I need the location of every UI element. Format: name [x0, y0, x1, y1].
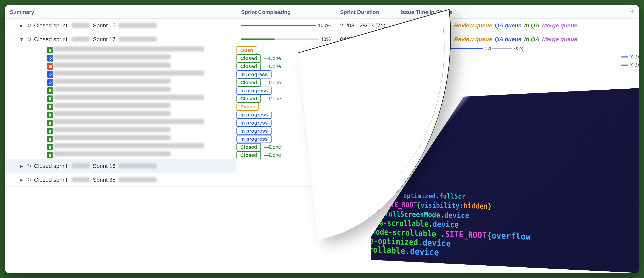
redacted-text	[53, 79, 171, 84]
sprint-row[interactable]: ▸ ↻ Closed sprint: Sprint 35	[5, 173, 236, 187]
resolution-label: —Done	[264, 144, 281, 150]
issue-type-icon: ▮	[47, 95, 53, 102]
status-pill[interactable]: Open	[236, 46, 257, 54]
chevron-right-icon[interactable]: ▸	[20, 163, 24, 169]
issue-row[interactable]: ▮	[5, 135, 236, 143]
status-pill[interactable]: In progress	[236, 119, 272, 127]
issue-row[interactable]: ▮	[5, 95, 236, 103]
issue-row[interactable]: ▮	[5, 46, 236, 54]
time-value: 1.8	[484, 46, 491, 52]
status-pill[interactable]: Closed	[236, 62, 261, 70]
issue-type-icon: ◇	[47, 79, 53, 86]
issue-row[interactable]: ▮	[5, 143, 236, 151]
redacted-text	[53, 71, 204, 76]
sprint-icon: ↻	[27, 36, 31, 42]
redacted-text	[118, 163, 157, 168]
status-pill[interactable]: Closed	[236, 143, 261, 151]
status-pill[interactable]: Closed	[236, 54, 261, 62]
status-pill[interactable]: Closed	[236, 151, 261, 159]
status-pill[interactable]: Pause	[236, 103, 259, 111]
redacted-text	[53, 63, 171, 68]
redacted-text	[72, 37, 90, 42]
completion-cell: 100%	[236, 19, 336, 33]
issue-row[interactable]: ◇	[5, 54, 236, 62]
status-pill[interactable]: Closed	[236, 95, 261, 103]
redacted-text	[72, 23, 90, 28]
issue-type-icon: ▮	[47, 112, 53, 118]
redacted-text	[53, 119, 204, 124]
resolution-label: —Done	[264, 55, 281, 61]
issue-row[interactable]: ◇	[5, 78, 236, 87]
status-pill[interactable]: In progress	[236, 135, 272, 143]
issue-row[interactable]: ▮	[5, 119, 236, 127]
issue-type-icon: ◇	[47, 71, 53, 78]
completion-cell: 43%	[236, 33, 336, 46]
issue-type-icon: ▮	[47, 103, 53, 110]
status-merge-queue: Merge queue	[542, 36, 577, 43]
status-qa-queue: QA queue	[495, 22, 522, 29]
redacted-text	[53, 135, 171, 140]
issue-type-icon: ▮	[47, 144, 53, 150]
redacted-text	[53, 111, 171, 116]
status-pill[interactable]: In progress	[236, 70, 272, 78]
sprint-prefix: Closed sprint:	[34, 36, 69, 43]
status-pill[interactable]: In progress	[236, 87, 272, 95]
col-duration[interactable]: Sprint Duration	[336, 5, 396, 19]
col-completing[interactable]: Sprint Compleating	[236, 5, 336, 19]
status-pill[interactable]: Closed	[236, 78, 261, 87]
status-review-queue: Review queue	[454, 22, 492, 29]
issue-row[interactable]: ▮	[5, 87, 236, 95]
issue-row[interactable]: ▮	[5, 127, 236, 135]
sprint-icon: ↻	[27, 23, 31, 28]
sprint-icon: ↻	[27, 177, 31, 183]
redacted-text	[72, 163, 90, 168]
issue-row[interactable]: ◇	[5, 70, 236, 78]
status-qa-queue: QA queue	[495, 36, 522, 43]
sprint-prefix: Closed sprint:	[34, 163, 69, 169]
sprint-row[interactable]: ▸ ↻ Closed sprint: Sprint 16	[5, 159, 236, 173]
sprint-row[interactable]: ▾ ↻ Closed sprint: Sprint 17	[5, 33, 236, 46]
completion-pct: 100%	[318, 23, 331, 28]
sprint-prefix: Closed sprint:	[34, 177, 69, 183]
issue-type-icon: ▮	[47, 47, 53, 53]
time-total: (0.1)	[629, 62, 639, 68]
sprint-icon: ↻	[27, 163, 31, 169]
chevron-right-icon[interactable]: ▸	[20, 176, 24, 183]
resolution-label: —Done	[264, 96, 281, 101]
resolution-label: —Done	[264, 80, 281, 85]
issue-type-icon: ▮	[47, 120, 53, 126]
redacted-text	[53, 95, 204, 100]
redacted-text	[118, 37, 157, 42]
redacted-text	[53, 103, 171, 108]
status-pill[interactable]: In progress	[236, 127, 272, 135]
redacted-text	[53, 143, 204, 148]
sprint-name: Sprint 35	[93, 177, 116, 183]
status-pill[interactable]: In progress	[236, 111, 272, 119]
status-in-qa: In QA	[524, 22, 539, 29]
issue-type-icon: ▣	[47, 63, 53, 70]
issue-type-icon: ▮	[47, 128, 53, 134]
status-merge-queue: Merge queue	[542, 22, 577, 29]
issue-type-icon: ▮	[47, 87, 53, 94]
chevron-down-icon[interactable]: ▾	[20, 36, 24, 43]
completion-pct: 43%	[321, 36, 331, 42]
issue-row[interactable]: ▣	[5, 62, 236, 70]
redacted-text	[53, 127, 171, 132]
issue-row[interactable]: ▮	[5, 103, 236, 111]
redacted-text	[53, 46, 204, 51]
time-total: (5.9)	[514, 46, 524, 52]
redacted-text	[53, 151, 171, 156]
col-summary[interactable]: Summary	[5, 5, 236, 19]
sprint-row[interactable]: ▸ ↻ Closed sprint: Sprint 15	[5, 19, 236, 33]
redacted-text	[53, 87, 171, 92]
add-column-button[interactable]: ✚	[630, 9, 634, 14]
issue-row[interactable]: ▮	[5, 111, 236, 119]
sprint-name: Sprint 17	[93, 36, 116, 43]
resolution-label: —Done	[264, 152, 281, 158]
sprint-name: Sprint 15	[93, 22, 116, 29]
chevron-right-icon[interactable]: ▸	[20, 22, 24, 29]
issue-row[interactable]: ▮	[5, 151, 236, 159]
issue-type-icon: ◇	[47, 55, 53, 62]
report-panel: ✚ Summary Sprint Compleating Sprint Dura…	[5, 5, 639, 273]
sprint-prefix: Closed sprint:	[34, 22, 69, 29]
